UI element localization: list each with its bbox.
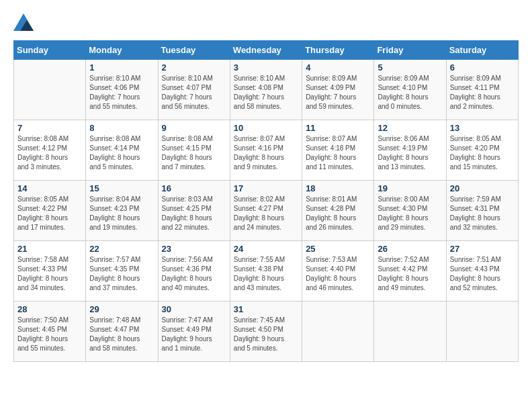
day-number: 26: [378, 244, 442, 254]
day-number: 7: [17, 123, 82, 133]
calendar-cell: 5Sunrise: 8:09 AM Sunset: 4:10 PM Daylig…: [374, 60, 446, 120]
day-number: 15: [89, 183, 154, 193]
calendar-cell: [302, 302, 374, 362]
day-info: Sunrise: 7:56 AM Sunset: 4:36 PM Dayligh…: [162, 255, 226, 293]
day-number: 4: [306, 62, 370, 73]
day-number: 5: [378, 62, 442, 73]
day-number: 12: [378, 123, 442, 133]
day-number: 21: [17, 244, 82, 254]
day-info: Sunrise: 8:08 AM Sunset: 4:14 PM Dayligh…: [89, 134, 154, 172]
day-number: 29: [89, 304, 154, 314]
day-info: Sunrise: 8:01 AM Sunset: 4:28 PM Dayligh…: [306, 195, 370, 232]
day-number: 17: [234, 183, 298, 193]
calendar-cell: 3Sunrise: 8:10 AM Sunset: 4:08 PM Daylig…: [230, 60, 302, 120]
calendar-cell: 31Sunrise: 7:45 AM Sunset: 4:50 PM Dayli…: [230, 302, 302, 362]
day-number: 1: [89, 62, 154, 73]
day-number: 8: [89, 123, 154, 133]
day-number: 2: [162, 62, 226, 73]
day-number: 13: [450, 123, 515, 133]
calendar-cell: 19Sunrise: 8:00 AM Sunset: 4:30 PM Dayli…: [374, 181, 446, 241]
calendar-cell: 11Sunrise: 8:07 AM Sunset: 4:18 PM Dayli…: [302, 120, 374, 181]
calendar-cell: 10Sunrise: 8:07 AM Sunset: 4:16 PM Dayli…: [230, 120, 302, 181]
calendar-cell: 9Sunrise: 8:08 AM Sunset: 4:15 PM Daylig…: [158, 120, 230, 181]
day-number: 31: [234, 304, 298, 314]
calendar-cell: 27Sunrise: 7:51 AM Sunset: 4:43 PM Dayli…: [446, 241, 518, 302]
weekday-header-sunday: Sunday: [14, 41, 86, 60]
day-info: Sunrise: 7:45 AM Sunset: 4:50 PM Dayligh…: [234, 316, 298, 353]
calendar-cell: 24Sunrise: 7:55 AM Sunset: 4:38 PM Dayli…: [230, 241, 302, 302]
day-info: Sunrise: 7:47 AM Sunset: 4:49 PM Dayligh…: [162, 316, 226, 353]
calendar-cell: 12Sunrise: 8:06 AM Sunset: 4:19 PM Dayli…: [374, 120, 446, 181]
calendar-cell: 4Sunrise: 8:09 AM Sunset: 4:09 PM Daylig…: [302, 60, 374, 120]
day-number: 23: [162, 244, 226, 254]
day-info: Sunrise: 8:09 AM Sunset: 4:09 PM Dayligh…: [306, 74, 370, 111]
day-number: 14: [17, 183, 82, 193]
calendar-cell: 22Sunrise: 7:57 AM Sunset: 4:35 PM Dayli…: [86, 241, 158, 302]
day-info: Sunrise: 8:08 AM Sunset: 4:12 PM Dayligh…: [17, 134, 82, 172]
day-number: 25: [306, 244, 370, 254]
day-info: Sunrise: 7:57 AM Sunset: 4:35 PM Dayligh…: [89, 255, 154, 293]
day-number: 6: [450, 62, 515, 73]
day-number: 10: [234, 123, 298, 133]
calendar-cell: 15Sunrise: 8:04 AM Sunset: 4:23 PM Dayli…: [86, 181, 158, 241]
calendar-header-row: SundayMondayTuesdayWednesdayThursdayFrid…: [14, 41, 519, 60]
day-number: 22: [89, 244, 154, 254]
calendar-table: SundayMondayTuesdayWednesdayThursdayFrid…: [13, 40, 519, 362]
day-info: Sunrise: 7:59 AM Sunset: 4:31 PM Dayligh…: [450, 195, 515, 232]
day-info: Sunrise: 7:51 AM Sunset: 4:43 PM Dayligh…: [450, 255, 515, 293]
day-info: Sunrise: 7:52 AM Sunset: 4:42 PM Dayligh…: [378, 255, 442, 293]
weekday-header-wednesday: Wednesday: [230, 41, 302, 60]
day-number: 30: [162, 304, 226, 314]
weekday-header-tuesday: Tuesday: [158, 41, 230, 60]
calendar-cell: [374, 302, 446, 362]
calendar-cell: 26Sunrise: 7:52 AM Sunset: 4:42 PM Dayli…: [374, 241, 446, 302]
day-info: Sunrise: 8:05 AM Sunset: 4:22 PM Dayligh…: [17, 195, 82, 232]
weekday-header-friday: Friday: [374, 41, 446, 60]
calendar-cell: 6Sunrise: 8:09 AM Sunset: 4:11 PM Daylig…: [446, 60, 518, 120]
day-info: Sunrise: 8:04 AM Sunset: 4:23 PM Dayligh…: [89, 195, 154, 232]
calendar-cell: 30Sunrise: 7:47 AM Sunset: 4:49 PM Dayli…: [158, 302, 230, 362]
day-number: 24: [234, 244, 298, 254]
day-info: Sunrise: 8:10 AM Sunset: 4:07 PM Dayligh…: [162, 74, 226, 111]
calendar-cell: 20Sunrise: 7:59 AM Sunset: 4:31 PM Dayli…: [446, 181, 518, 241]
weekday-header-thursday: Thursday: [302, 41, 374, 60]
calendar-cell: 17Sunrise: 8:02 AM Sunset: 4:27 PM Dayli…: [230, 181, 302, 241]
day-info: Sunrise: 8:03 AM Sunset: 4:25 PM Dayligh…: [162, 195, 226, 232]
calendar-cell: 14Sunrise: 8:05 AM Sunset: 4:22 PM Dayli…: [14, 181, 86, 241]
page-header: [13, 13, 519, 34]
day-info: Sunrise: 8:09 AM Sunset: 4:10 PM Dayligh…: [378, 74, 442, 111]
day-number: 11: [306, 123, 370, 133]
day-info: Sunrise: 7:48 AM Sunset: 4:47 PM Dayligh…: [89, 316, 154, 353]
logo: [13, 13, 36, 34]
day-number: 27: [450, 244, 515, 254]
day-info: Sunrise: 8:07 AM Sunset: 4:16 PM Dayligh…: [234, 134, 298, 172]
calendar-cell: 21Sunrise: 7:58 AM Sunset: 4:33 PM Dayli…: [14, 241, 86, 302]
week-row-4: 21Sunrise: 7:58 AM Sunset: 4:33 PM Dayli…: [14, 241, 519, 302]
day-info: Sunrise: 8:10 AM Sunset: 4:06 PM Dayligh…: [89, 74, 154, 111]
day-info: Sunrise: 8:02 AM Sunset: 4:27 PM Dayligh…: [234, 195, 298, 232]
day-info: Sunrise: 7:58 AM Sunset: 4:33 PM Dayligh…: [17, 255, 82, 293]
day-number: 18: [306, 183, 370, 193]
calendar-cell: 29Sunrise: 7:48 AM Sunset: 4:47 PM Dayli…: [86, 302, 158, 362]
day-number: 20: [450, 183, 515, 193]
day-info: Sunrise: 8:10 AM Sunset: 4:08 PM Dayligh…: [234, 74, 298, 111]
day-info: Sunrise: 8:09 AM Sunset: 4:11 PM Dayligh…: [450, 74, 515, 111]
calendar-cell: 25Sunrise: 7:53 AM Sunset: 4:40 PM Dayli…: [302, 241, 374, 302]
calendar-cell: 8Sunrise: 8:08 AM Sunset: 4:14 PM Daylig…: [86, 120, 158, 181]
day-info: Sunrise: 8:07 AM Sunset: 4:18 PM Dayligh…: [306, 134, 370, 172]
week-row-2: 7Sunrise: 8:08 AM Sunset: 4:12 PM Daylig…: [14, 120, 519, 181]
calendar-cell: 7Sunrise: 8:08 AM Sunset: 4:12 PM Daylig…: [14, 120, 86, 181]
day-info: Sunrise: 8:06 AM Sunset: 4:19 PM Dayligh…: [378, 134, 442, 172]
week-row-5: 28Sunrise: 7:50 AM Sunset: 4:45 PM Dayli…: [14, 302, 519, 362]
calendar-cell: 16Sunrise: 8:03 AM Sunset: 4:25 PM Dayli…: [158, 181, 230, 241]
logo-icon: [13, 13, 34, 34]
calendar-cell: [14, 60, 86, 120]
day-info: Sunrise: 7:53 AM Sunset: 4:40 PM Dayligh…: [306, 255, 370, 293]
calendar-cell: [446, 302, 518, 362]
calendar-cell: 1Sunrise: 8:10 AM Sunset: 4:06 PM Daylig…: [86, 60, 158, 120]
calendar-cell: 28Sunrise: 7:50 AM Sunset: 4:45 PM Dayli…: [14, 302, 86, 362]
day-number: 28: [17, 304, 82, 314]
day-number: 16: [162, 183, 226, 193]
week-row-3: 14Sunrise: 8:05 AM Sunset: 4:22 PM Dayli…: [14, 181, 519, 241]
calendar-cell: 13Sunrise: 8:05 AM Sunset: 4:20 PM Dayli…: [446, 120, 518, 181]
